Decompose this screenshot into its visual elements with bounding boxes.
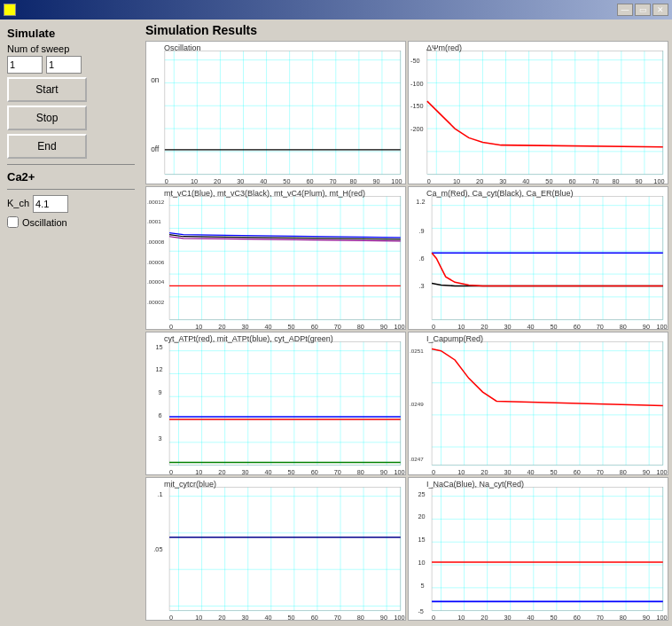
svg-rect-235 [409,478,668,620]
chart-ca-m-svg: 1.2 .9 .6 .3 0 10 20 30 40 50 60 [409,187,668,329]
stop-button[interactable]: Stop [7,106,87,130]
svg-text:50: 50 [283,177,290,184]
svg-text:.00004: .00004 [147,278,165,285]
kch-row: K_ch [7,195,135,213]
svg-text:25: 25 [418,490,425,498]
chart-mit-cytcr: mit_cytcr(blue) [145,477,406,621]
svg-text:.00002: .00002 [147,299,165,305]
svg-text:80: 80 [349,177,356,184]
svg-text:50: 50 [288,468,295,474]
svg-text:.3: .3 [418,282,424,290]
svg-text:20: 20 [218,468,225,474]
svg-text:10: 10 [195,468,202,474]
svg-text:30: 30 [504,614,511,620]
svg-text:0: 0 [432,614,435,620]
chart-cyt-atp: cyt_ATPt(red), mit_ATPt(blue), cyt_ADPt(… [145,332,406,475]
svg-text:50: 50 [551,614,558,620]
ca2-label: Ca2+ [7,170,135,184]
left-panel: Simulate Num of sweep Start Stop End Ca2… [0,20,142,626]
svg-text:100: 100 [653,177,664,184]
chart-delta-psi: ΔΨm(red) [408,41,668,184]
svg-text:80: 80 [620,468,627,474]
svg-text:10: 10 [195,323,202,329]
chart-i-capump-title: I_Capump(Red) [426,334,483,343]
svg-text:40: 40 [260,177,267,184]
close-btn[interactable]: ✕ [652,4,668,16]
svg-text:40: 40 [264,468,271,474]
svg-text:70: 70 [597,614,604,620]
chart-ca-m-title: Ca_m(Red), Ca_cyt(Black), Ca_ER(Blue) [426,189,574,198]
svg-text:40: 40 [527,323,534,329]
simulate-label: Simulate [7,27,135,40]
title-bar-controls[interactable]: — ▭ ✕ [617,4,668,16]
svg-text:60: 60 [568,177,575,184]
svg-text:50: 50 [551,323,558,329]
svg-text:.05: .05 [153,545,162,553]
svg-text:30: 30 [237,177,244,184]
svg-text:6: 6 [159,411,162,419]
svg-text:on: on [151,75,160,84]
kch-input[interactable] [33,195,68,213]
svg-text:-200: -200 [410,125,424,133]
svg-text:20: 20 [481,614,488,620]
svg-text:90: 90 [380,614,387,620]
svg-text:40: 40 [527,468,534,474]
svg-text:100: 100 [394,323,404,329]
svg-text:60: 60 [311,614,318,620]
restore-btn[interactable]: ▭ [635,4,651,16]
svg-text:50: 50 [545,177,552,184]
sweep-input-1[interactable] [7,56,43,74]
svg-text:50: 50 [288,614,295,620]
end-button[interactable]: End [7,134,87,159]
svg-text:-50: -50 [410,57,420,65]
oscillation-checkbox[interactable] [7,216,19,228]
svg-text:.0249: .0249 [410,401,424,407]
num-sweep-label: Num of sweep [7,43,135,54]
svg-text:40: 40 [527,614,534,620]
svg-text:70: 70 [597,468,604,474]
svg-text:60: 60 [574,323,581,329]
svg-text:80: 80 [620,323,627,329]
svg-text:80: 80 [612,177,619,184]
svg-text:70: 70 [334,323,341,329]
chart-mt-vc-title: mt_vC1(Blue), mt_vC3(Black), mt_vC4(Plum… [164,189,365,198]
svg-text:1.2: 1.2 [416,198,425,206]
minimize-btn[interactable]: — [617,4,633,16]
start-button[interactable]: Start [7,77,87,102]
svg-text:40: 40 [264,323,271,329]
svg-text:-5: -5 [418,607,423,615]
app-icon [4,4,16,16]
svg-text:100: 100 [656,614,667,620]
svg-text:3: 3 [159,434,162,442]
svg-text:10: 10 [457,468,465,474]
svg-text:20: 20 [218,614,225,620]
svg-text:90: 90 [636,177,643,184]
svg-text:80: 80 [357,468,364,474]
svg-text:90: 90 [643,468,650,474]
svg-rect-172 [409,333,668,474]
svg-text:80: 80 [620,614,627,620]
svg-text:12: 12 [155,365,162,373]
svg-text:.00012: .00012 [147,199,165,205]
chart-mt-vc-svg: .00012 .0001 .00008 .00006 .00004 .00002… [146,187,405,329]
svg-text:40: 40 [522,177,529,184]
svg-text:30: 30 [504,468,511,474]
svg-text:0: 0 [432,468,435,474]
results-title: Simulation Results [145,23,668,37]
svg-text:.1: .1 [158,490,163,498]
svg-rect-33 [409,42,668,184]
chart-i-naca-svg: 25 20 15 10 5 -5 0 10 20 30 40 50 60 [409,478,668,620]
kch-label: K_ch [7,198,29,208]
svg-text:30: 30 [499,177,506,184]
svg-text:0: 0 [169,468,173,474]
chart-mit-cytcr-svg: .1 .05 0 10 20 30 40 50 60 70 80 90 100 [146,478,405,620]
svg-text:.00006: .00006 [147,259,165,265]
svg-text:60: 60 [306,177,313,184]
svg-text:.0247: .0247 [410,456,424,462]
svg-text:30: 30 [241,323,248,329]
svg-text:off: off [151,145,160,153]
svg-text:30: 30 [241,614,248,620]
svg-text:70: 70 [334,614,341,620]
sweep-input-2[interactable] [46,56,82,74]
svg-text:15: 15 [155,343,162,351]
